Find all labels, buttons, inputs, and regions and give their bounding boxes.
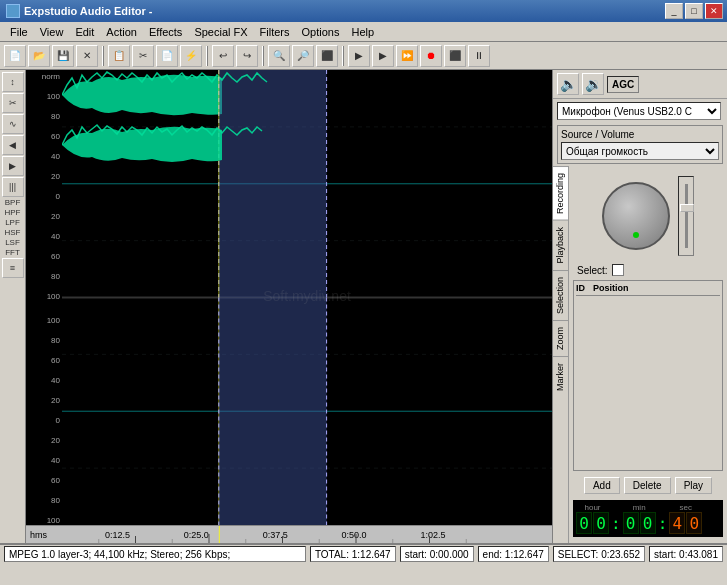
volume-knob[interactable] xyxy=(602,182,670,250)
timeline-ruler[interactable]: hms 0:12.5 0:25.0 0:37.5 0:50.0 1:02.5 xyxy=(26,525,552,543)
separator-2 xyxy=(206,46,208,66)
loop-button[interactable]: ⏩ xyxy=(396,45,418,67)
open-button[interactable]: 📂 xyxy=(28,45,50,67)
title-bar: Expstudio Audio Editor - _ □ ✕ xyxy=(0,0,727,22)
menu-filters[interactable]: Filters xyxy=(254,24,296,40)
minimize-button[interactable]: _ xyxy=(665,3,683,19)
cut-button[interactable]: ✂ xyxy=(132,45,154,67)
status-total: TOTAL: 1:12.647 xyxy=(310,546,396,562)
slider-thumb[interactable] xyxy=(680,204,694,212)
marker-buttons: Add Delete Play xyxy=(573,473,723,498)
tool-zoom-out[interactable]: ▶ xyxy=(2,156,24,176)
tool-cut[interactable]: ✂ xyxy=(2,93,24,113)
close-file-button[interactable]: ✕ xyxy=(76,45,98,67)
tool-more[interactable]: ≡ xyxy=(2,258,24,278)
menu-bar: File View Edit Action Effects Special FX… xyxy=(0,22,727,42)
menu-action[interactable]: Action xyxy=(100,24,143,40)
filter-hsf: HSF xyxy=(2,228,24,237)
filter-lsf: LSF xyxy=(2,238,24,247)
menu-help[interactable]: Help xyxy=(345,24,380,40)
separator-4 xyxy=(342,46,344,66)
play-sel-button[interactable]: ▶ xyxy=(372,45,394,67)
undo-button[interactable]: ↩ xyxy=(212,45,234,67)
redo-button[interactable]: ↪ xyxy=(236,45,258,67)
status-end: end: 1:12.647 xyxy=(478,546,549,562)
tab-selection[interactable]: Selection xyxy=(553,270,568,320)
digital-clock: hour 0 0 : min 0 0 : xyxy=(573,500,723,537)
main-layout: ↕ ✂ ∿ ◀ ▶ ||| BPF HPF LPF HSF LSF FFT ≡ … xyxy=(0,70,727,543)
clock-min-label: min xyxy=(633,503,646,512)
save-button[interactable]: 💾 xyxy=(52,45,74,67)
maximize-button[interactable]: □ xyxy=(685,3,703,19)
marker-section: ID Position xyxy=(573,280,723,471)
marker-col-pos: Position xyxy=(593,283,629,293)
select-checkbox[interactable] xyxy=(612,264,624,276)
source-volume-label: Source / Volume xyxy=(561,129,719,140)
close-button[interactable]: ✕ xyxy=(705,3,723,19)
main-toolbar: 📄 📂 💾 ✕ 📋 ✂ 📄 ⚡ ↩ ↪ 🔍 🔎 ⬛ ▶ ▶ ⏩ ⏺ ⬛ ⏸ xyxy=(0,42,727,70)
special-button[interactable]: ⚡ xyxy=(180,45,202,67)
source-selector[interactable]: Общая громкость xyxy=(561,142,719,160)
timeline-ticks xyxy=(62,526,552,543)
delete-marker-button[interactable]: Delete xyxy=(624,477,671,494)
pause-button[interactable]: ⏸ xyxy=(468,45,490,67)
status-startval: start: 0:43.081 xyxy=(649,546,723,562)
separator-1 xyxy=(102,46,104,66)
app-icon xyxy=(6,4,20,18)
menu-options[interactable]: Options xyxy=(296,24,346,40)
clock-hour-d2: 0 xyxy=(593,512,609,534)
clock-min-d2: 0 xyxy=(640,512,656,534)
filter-fft: FFT xyxy=(2,248,24,257)
marker-col-id: ID xyxy=(576,283,585,293)
svg-rect-10 xyxy=(219,70,327,298)
clock-sec-label: sec xyxy=(680,503,692,512)
play-marker-button[interactable]: Play xyxy=(675,477,712,494)
knob-indicator xyxy=(633,232,639,238)
clock-sec-d2: 0 xyxy=(686,512,702,534)
copy-button[interactable]: 📋 xyxy=(108,45,130,67)
record-button[interactable]: ⏺ xyxy=(420,45,442,67)
add-marker-button[interactable]: Add xyxy=(584,477,620,494)
tab-zoom[interactable]: Zoom xyxy=(553,320,568,356)
menu-view[interactable]: View xyxy=(34,24,70,40)
audio-right-icon[interactable]: 🔉 xyxy=(582,73,604,95)
clock-hour-label: hour xyxy=(584,503,600,512)
tab-marker[interactable]: Marker xyxy=(553,356,568,397)
menu-effects[interactable]: Effects xyxy=(143,24,188,40)
menu-specialfx[interactable]: Special FX xyxy=(188,24,253,40)
zoom-fit-button[interactable]: ⬛ xyxy=(316,45,338,67)
zoom-in-button[interactable]: 🔍 xyxy=(268,45,290,67)
device-selector[interactable]: Микрофон (Venus USB2.0 C xyxy=(557,102,721,120)
select-label: Select: xyxy=(577,265,608,276)
window-controls: _ □ ✕ xyxy=(665,3,723,19)
window-title: Expstudio Audio Editor - xyxy=(24,5,153,17)
status-bar: MPEG 1.0 layer-3; 44,100 kHz; Stereo; 25… xyxy=(0,543,727,563)
tool-select[interactable]: ↕ xyxy=(2,72,24,92)
tab-recording[interactable]: Recording xyxy=(553,166,568,220)
status-start: start: 0:00.000 xyxy=(400,546,474,562)
new-button[interactable]: 📄 xyxy=(4,45,26,67)
stop-button[interactable]: ⬛ xyxy=(444,45,466,67)
svg-rect-29 xyxy=(219,526,220,543)
tool-bars[interactable]: ||| xyxy=(2,177,24,197)
audio-left-icon[interactable]: 🔈 xyxy=(557,73,579,95)
left-toolbar: ↕ ✂ ∿ ◀ ▶ ||| BPF HPF LPF HSF LSF FFT ≡ xyxy=(0,70,26,543)
filter-hpf: HPF xyxy=(2,208,24,217)
volume-slider[interactable] xyxy=(678,176,694,256)
tool-zoom-in[interactable]: ◀ xyxy=(2,135,24,155)
tool-wave[interactable]: ∿ xyxy=(2,114,24,134)
status-format: MPEG 1.0 layer-3; 44,100 kHz; Stereo; 25… xyxy=(4,546,306,562)
play-button[interactable]: ▶ xyxy=(348,45,370,67)
right-panel: 🔈 🔉 AGC Микрофон (Venus USB2.0 C Source … xyxy=(552,70,727,543)
paste-button[interactable]: 📄 xyxy=(156,45,178,67)
menu-edit[interactable]: Edit xyxy=(69,24,100,40)
clock-sep-1: : xyxy=(611,514,621,533)
norm-labels: norm 100 80 60 40 20 0 20 40 60 80 100 1… xyxy=(26,70,62,525)
waveform-area[interactable]: Soft.mydiv.net xyxy=(62,70,552,525)
agc-button[interactable]: AGC xyxy=(607,76,639,93)
select-row: Select: xyxy=(573,262,723,278)
menu-file[interactable]: File xyxy=(4,24,34,40)
tab-playback[interactable]: Playback xyxy=(553,220,568,270)
zoom-out-button[interactable]: 🔎 xyxy=(292,45,314,67)
clock-min-d1: 0 xyxy=(623,512,639,534)
